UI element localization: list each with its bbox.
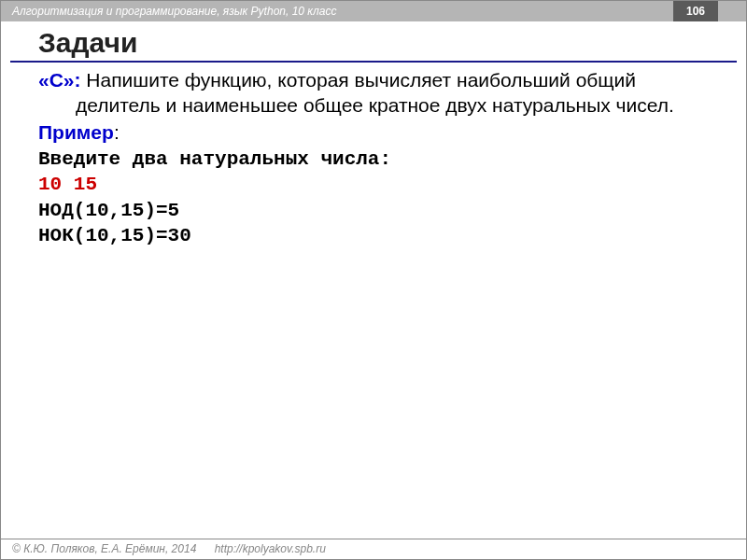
page-number: 106	[673, 1, 718, 21]
content-area: «С»: Напишите функцию, которая вычисляет…	[1, 63, 746, 248]
example-output-1: НОД(10,15)=5	[38, 199, 709, 223]
example-colon: :	[114, 121, 120, 143]
example-output-2: НОК(10,15)=30	[38, 224, 709, 248]
footer-url: http://kpolyakov.spb.ru	[215, 542, 326, 555]
breadcrumb: Алгоритмизация и программирование, язык …	[12, 5, 336, 18]
footer-copyright: © К.Ю. Поляков, Е.А. Ерёмин, 2014	[12, 542, 196, 555]
slide: Алгоритмизация и программирование, язык …	[0, 0, 747, 560]
example-label: Пример	[38, 120, 114, 146]
header-bar: Алгоритмизация и программирование, язык …	[1, 1, 746, 21]
task-label: «С»:	[38, 69, 81, 91]
task-text: Напишите функцию, которая вычисляет наиб…	[76, 69, 674, 116]
example-heading: Пример:	[38, 119, 709, 146]
task-statement: «С»: Напишите функцию, которая вычисляет…	[38, 68, 709, 119]
page-title: Задачи	[10, 21, 737, 63]
example-input: 10 15	[38, 173, 709, 197]
footer: © К.Ю. Поляков, Е.А. Ерёмин, 2014 http:/…	[1, 539, 746, 559]
example-prompt: Введите два натуральных числа:	[38, 147, 709, 172]
